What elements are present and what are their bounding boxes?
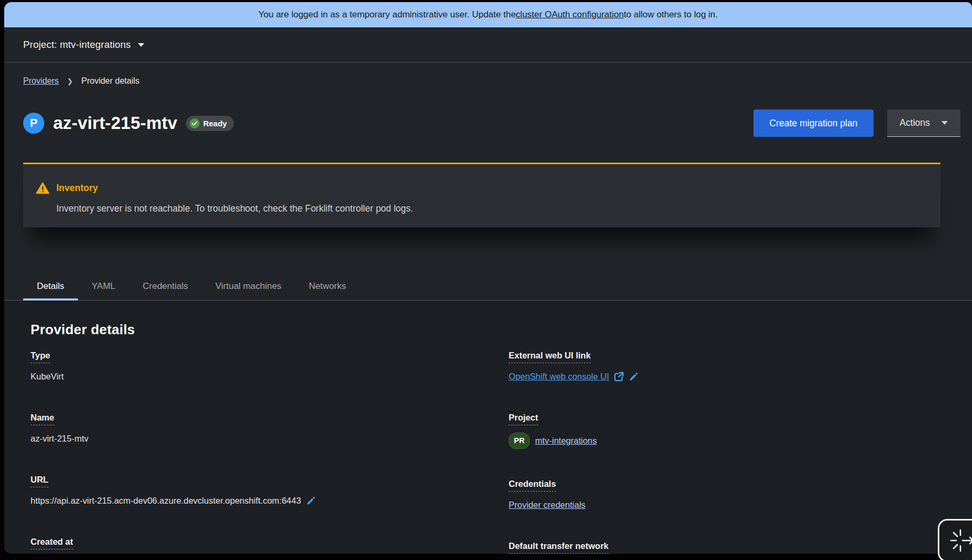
tab-details[interactable]: Details <box>23 272 78 300</box>
field-project: Project PR mtv-integrations <box>509 412 972 449</box>
tab-virtual-machines[interactable]: Virtual machines <box>202 272 295 300</box>
status-badge-label: Ready <box>203 119 227 128</box>
provider-avatar: P <box>23 113 44 134</box>
details-tab-panel: Provider details Type KubeVirt Name az-v… <box>4 301 972 554</box>
screen: { "banner": { "text_before": "You are lo… <box>0 0 972 560</box>
created-at-label: Created at <box>31 536 73 549</box>
field-type: Type KubeVirt <box>31 349 509 383</box>
project-link[interactable]: mtv-integrations <box>535 435 597 447</box>
field-name: Name az-virt-215-mtv <box>31 412 509 445</box>
field-credentials: Credentials Provider credentials <box>509 478 972 511</box>
login-notice-banner: You are logged in as a temporary adminis… <box>4 2 972 27</box>
banner-text-after: to allow others to log in. <box>624 9 718 20</box>
page-header: P az-virt-215-mtv Ready Create migration… <box>23 109 960 137</box>
create-migration-plan-button[interactable]: Create migration plan <box>753 109 873 137</box>
edit-url-pencil-icon[interactable] <box>306 496 316 506</box>
url-label: URL <box>31 474 48 487</box>
project-label: Project <box>509 412 538 425</box>
chevron-down-icon <box>941 121 948 125</box>
default-transfer-network-label: Default transfer network <box>509 540 609 554</box>
field-created-at: Created at <box>31 536 509 554</box>
project-selector[interactable]: Project: mtv-integrations <box>23 39 131 51</box>
alert-header: Inventory <box>36 182 928 194</box>
chevron-down-icon[interactable] <box>138 43 144 47</box>
project-resource-badge: PR <box>509 433 530 449</box>
status-badge: Ready <box>186 116 234 131</box>
field-external-web-ui-link: External web UI link OpenShift web conso… <box>509 349 972 383</box>
tab-yaml[interactable]: YAML <box>78 272 129 300</box>
breadcrumb-providers-link[interactable]: Providers <box>23 76 59 86</box>
type-value: KubeVirt <box>31 371 509 383</box>
external-link-icon[interactable] <box>614 372 624 382</box>
description-list-left-column: Type KubeVirt Name az-virt-215-mtv URL h… <box>31 349 509 554</box>
breadcrumb-separator-icon: ❯ <box>67 77 73 85</box>
edit-external-link-pencil-icon[interactable] <box>629 372 639 382</box>
name-value: az-virt-215-mtv <box>31 433 509 445</box>
alert-title: Inventory <box>56 183 98 194</box>
breadcrumb-current: Provider details <box>81 76 139 86</box>
cluster-oauth-configuration-link[interactable]: cluster OAuth configuration <box>516 9 624 20</box>
breadcrumb: Providers ❯ Provider details <box>23 76 972 86</box>
project-selector-bar: Project: mtv-integrations <box>4 27 972 63</box>
description-list-right-column: External web UI link OpenShift web conso… <box>509 349 972 554</box>
success-check-icon <box>190 118 200 128</box>
pointer-action-floating-button[interactable] <box>938 519 972 560</box>
name-label: Name <box>31 412 54 425</box>
tab-credentials[interactable]: Credentials <box>129 272 202 300</box>
external-web-ui-link-label: External web UI link <box>509 349 591 363</box>
tab-networks[interactable]: Networks <box>295 272 360 300</box>
field-url: URL https://api.az-virt-215.acm-dev06.az… <box>31 474 509 507</box>
alert-description: Inventory server is not reachable. To tr… <box>56 203 928 214</box>
type-label: Type <box>31 349 50 363</box>
description-list: Type KubeVirt Name az-virt-215-mtv URL h… <box>31 349 972 554</box>
warning-triangle-icon <box>36 182 49 194</box>
inventory-warning-alert: Inventory Inventory server is not reacha… <box>23 163 940 227</box>
url-value: https://api.az-virt-215.acm-dev06.azure.… <box>31 495 301 507</box>
provider-credentials-link[interactable]: Provider credentials <box>509 499 586 511</box>
provider-avatar-letter: P <box>30 116 38 130</box>
click-burst-arrow-icon <box>950 528 972 553</box>
page-title: az-virt-215-mtv <box>53 113 177 133</box>
openshift-web-console-link[interactable]: OpenShift web console UI <box>509 371 609 383</box>
credentials-label: Credentials <box>509 478 556 492</box>
actions-dropdown-button[interactable]: Actions <box>887 109 960 137</box>
actions-dropdown-label: Actions <box>900 117 930 128</box>
console-window: You are logged in as a temporary adminis… <box>4 2 972 554</box>
field-default-transfer-network: Default transfer network <box>509 540 972 554</box>
tab-bar: Details YAML Credentials Virtual machine… <box>4 272 972 301</box>
section-heading: Provider details <box>31 322 972 338</box>
banner-text-before: You are logged in as a temporary adminis… <box>259 9 516 20</box>
